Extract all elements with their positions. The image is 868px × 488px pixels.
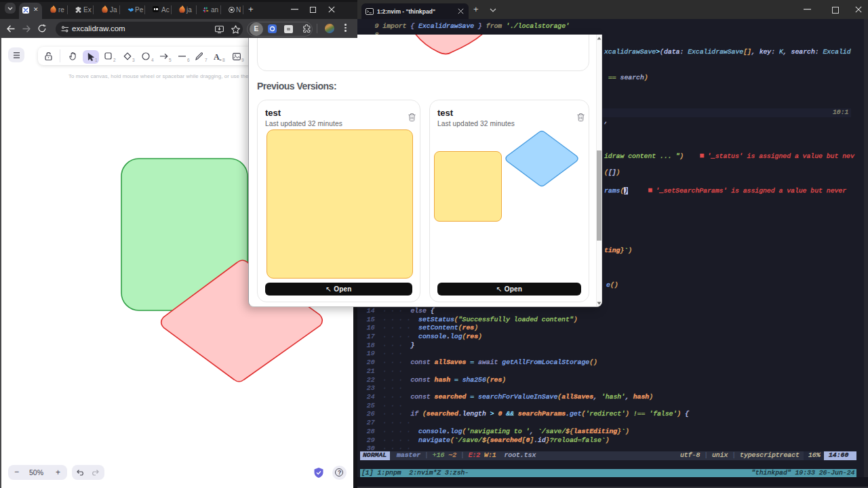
svg-text:A: A: [214, 53, 220, 60]
